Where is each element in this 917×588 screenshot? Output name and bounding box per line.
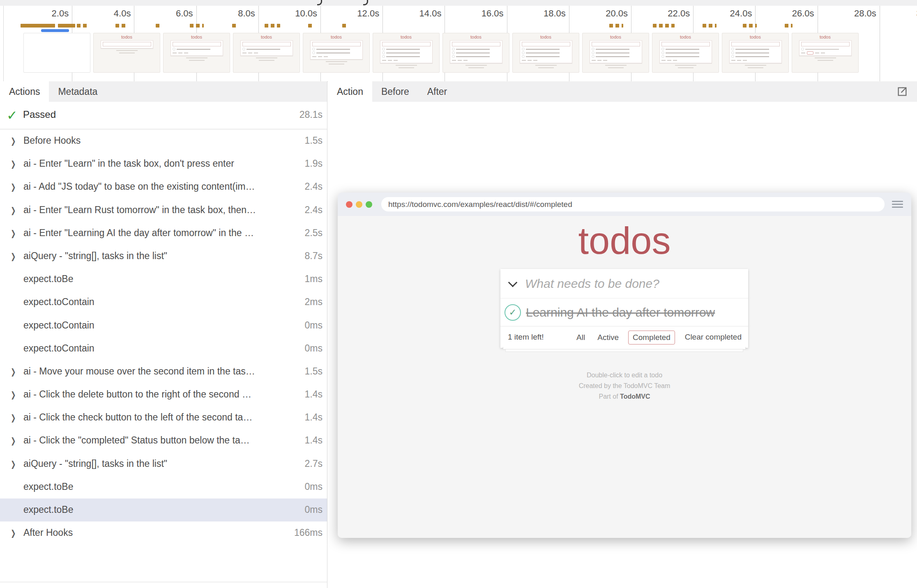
action-row[interactable]: expect.toBe0ms <box>0 498 327 521</box>
todo-card: What needs to be done? ✓ Learning AI the… <box>500 269 748 348</box>
filmstrip-thumbnail[interactable]: todos <box>163 33 230 73</box>
tab-action[interactable]: Action <box>328 81 372 102</box>
chevron-right-icon[interactable]: ❯ <box>11 413 16 423</box>
todo-text: Learning AI the day after tomorrow <box>526 305 715 319</box>
chevron-right-icon[interactable]: ❯ <box>11 182 16 192</box>
tab-actions[interactable]: Actions <box>0 81 49 102</box>
filmstrip-thumbnail[interactable]: todos <box>582 33 649 73</box>
thumbnail-app-title: todos <box>652 34 719 39</box>
action-row[interactable]: ❯ai - Enter "Learn" in the task box, don… <box>0 152 327 175</box>
thumbnail-app-title: todos <box>513 34 579 39</box>
left-tabbar: Actions Metadata <box>0 81 327 102</box>
traffic-light-red-icon <box>346 201 353 208</box>
thumbnail-item <box>661 47 710 51</box>
action-row[interactable]: expect.toContain2ms <box>0 291 327 314</box>
chevron-right-icon[interactable]: ❯ <box>11 390 16 400</box>
thumbnail-footer-dash <box>382 60 386 61</box>
thumbnail-app-title: todos <box>233 34 300 39</box>
filter-all[interactable]: All <box>574 331 588 344</box>
action-row[interactable]: ❯ai - Click the "completed" Status butto… <box>0 429 327 452</box>
action-row[interactable]: ❯After Hooks166ms <box>0 521 327 544</box>
thumbnail-item-dot <box>731 55 734 58</box>
chevron-right-icon[interactable]: ❯ <box>11 136 16 146</box>
thumbnail-item-line <box>526 56 560 57</box>
filmstrip-thumbnail[interactable]: todos <box>93 33 160 73</box>
action-duration: 2.7s <box>305 458 323 469</box>
thumbnail-footer-dash <box>318 56 322 57</box>
filmstrip-thumbnail[interactable]: todos <box>303 33 370 73</box>
filmstrip-thumbnail[interactable]: todos <box>722 33 789 73</box>
todo-checkbox[interactable]: ✓ <box>505 304 521 321</box>
thumbnail-item-line <box>316 49 350 50</box>
thumbnail-item-dot <box>382 48 385 51</box>
filmstrip-thumbnail[interactable]: todos <box>512 33 579 73</box>
thumbnail-item-dot <box>312 51 315 54</box>
thumbnail-item-dot <box>661 48 664 51</box>
chevron-right-icon[interactable]: ❯ <box>11 159 16 169</box>
menu-icon[interactable] <box>892 201 903 208</box>
filter-active[interactable]: Active <box>594 331 622 344</box>
thumbnail-info-line <box>189 60 205 61</box>
tab-before[interactable]: Before <box>372 81 418 102</box>
action-row[interactable]: ❯ai - Enter "Learning AI the day after t… <box>0 222 327 245</box>
action-row[interactable]: expect.toContain0ms <box>0 314 327 337</box>
filter-completed[interactable]: Completed <box>628 331 675 345</box>
toggle-all-button[interactable] <box>500 282 525 286</box>
tab-after[interactable]: After <box>418 81 456 102</box>
action-row[interactable]: ❯ai - Move your mouse over the second it… <box>0 360 327 383</box>
thumbnail-item-line <box>456 53 490 53</box>
thumbnail-item-line <box>735 53 770 53</box>
action-row[interactable]: ❯aiQuery - "string[], tasks in the list"… <box>0 245 327 268</box>
filmstrip-thumbnail[interactable]: todos <box>792 33 859 73</box>
action-row[interactable]: ❯ai - Enter "Learn Rust tomorrow" in the… <box>0 199 327 222</box>
chevron-right-icon[interactable]: ❯ <box>11 251 16 261</box>
action-row[interactable]: expect.toBe0ms <box>0 475 327 498</box>
thumbnail-footer-dash <box>388 60 392 61</box>
chevron-right-icon[interactable]: ❯ <box>11 459 16 469</box>
thumbnail-item-line <box>526 53 560 53</box>
filmstrip-thumbnail[interactable]: todos <box>652 33 719 73</box>
thumbnail-input <box>103 42 151 46</box>
thumbnail-item-dot <box>382 51 385 54</box>
timeline-tick-label: 12.0s <box>318 8 379 19</box>
action-row[interactable]: ❯ai - Add "JS today" to base on the exis… <box>0 175 327 198</box>
tab-metadata[interactable]: Metadata <box>49 81 106 102</box>
thumbnail-item-dot <box>592 48 594 51</box>
thumbnail-item-line <box>456 56 490 57</box>
thumbnail-app-title: todos <box>443 34 509 39</box>
filmstrip-thumbnail[interactable]: todos <box>442 33 509 73</box>
action-row[interactable]: ❯Before Hooks1.5s <box>0 129 327 152</box>
thumbnail-info-line <box>259 60 274 61</box>
action-row[interactable]: expect.toContain0ms <box>0 337 327 360</box>
thumbnail-info-line <box>468 67 484 68</box>
chevron-right-icon[interactable]: ❯ <box>11 528 16 538</box>
action-marker <box>190 24 204 28</box>
chevron-right-icon[interactable]: ❯ <box>11 436 16 446</box>
chevron-right-icon[interactable]: ❯ <box>11 367 16 377</box>
filmstrip-thumbnail[interactable] <box>23 33 90 73</box>
action-duration: 8.7s <box>305 250 323 262</box>
brand-link[interactable]: TodoMVC <box>620 393 650 400</box>
thumbnail-footer <box>661 59 710 62</box>
todo-footer: 1 item left! All Active Completed Clear … <box>500 326 748 348</box>
thumbnail-filter-box <box>807 51 813 55</box>
clear-completed-button[interactable]: Clear completed <box>685 333 742 342</box>
action-row[interactable]: ❯ai - Click the delete button to the rig… <box>0 383 327 406</box>
thumbnail-card <box>590 40 642 63</box>
filmstrip-thumbnail[interactable]: todos <box>373 33 440 73</box>
action-marker <box>653 24 675 28</box>
thumbnail-item <box>382 47 431 51</box>
action-row[interactable]: expect.toBe1ms <box>0 268 327 291</box>
chevron-right-icon[interactable]: ❯ <box>11 228 16 238</box>
filmstrip-thumbnail[interactable]: todos <box>233 33 300 73</box>
open-snapshot-external-icon[interactable] <box>896 86 908 97</box>
thumbnail-item <box>452 51 500 55</box>
thumbnail-info-line <box>399 67 414 68</box>
timeline[interactable]: 2.0s4.0s6.0s8.0s10.0s12.0s14.0s16.0s18.0… <box>0 6 917 82</box>
chevron-right-icon[interactable]: ❯ <box>11 205 16 215</box>
new-todo-input[interactable]: What needs to be done? <box>525 277 659 291</box>
thumbnail-item-dot <box>522 51 525 54</box>
url-bar[interactable]: https://todomvc.com/examples/react/dist/… <box>381 197 885 211</box>
action-row[interactable]: ❯ai - Click the check button to the left… <box>0 406 327 429</box>
action-row[interactable]: ❯aiQuery - "string[], tasks in the list"… <box>0 452 327 475</box>
